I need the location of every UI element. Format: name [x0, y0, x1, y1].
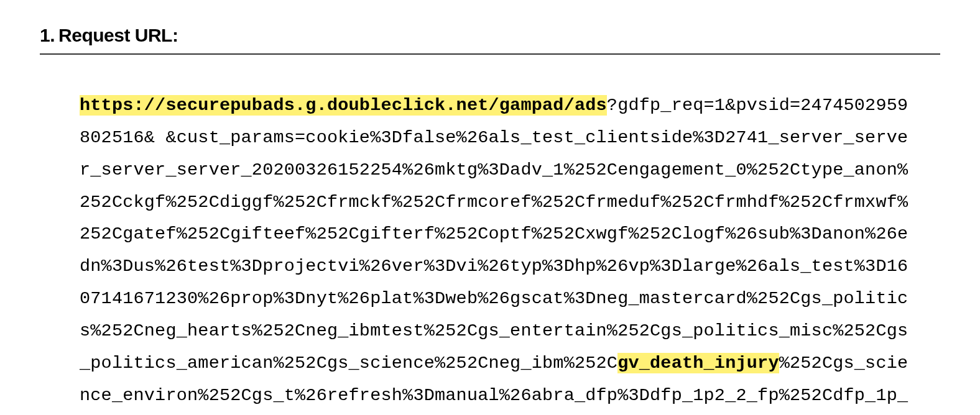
url-query-segment-1: ?gdfp_req=1&pvsid=247450295980251​6& &cu…: [80, 95, 908, 373]
url-highlight-gv-death-injury: gv_death_injury: [617, 353, 779, 373]
heading-title: Request URL:: [58, 25, 178, 46]
section-heading: 1. Request URL:: [40, 25, 940, 46]
request-url-block: https://securepubads.g.doubleclick.net/g…: [80, 89, 910, 415]
heading-number: 1.: [40, 25, 55, 46]
url-host-path-highlight: https://securepubads.g.doubleclick.net/g…: [80, 95, 607, 116]
heading-divider: [40, 53, 940, 55]
